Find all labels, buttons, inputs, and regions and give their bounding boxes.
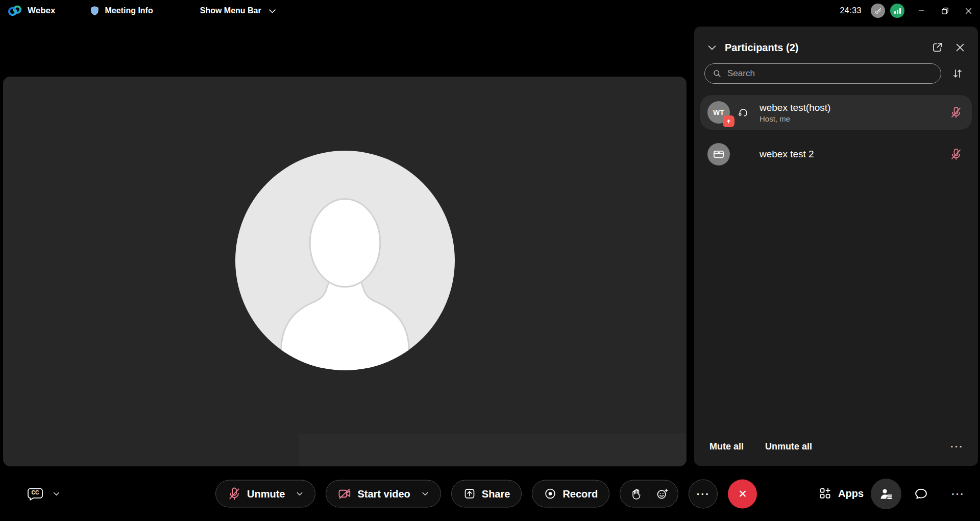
participants-panel-title: Participants (2): [725, 42, 798, 54]
apps-button[interactable]: Apps: [819, 487, 864, 501]
reactions-button[interactable]: [649, 480, 675, 508]
restore-icon: [941, 7, 949, 15]
record-button[interactable]: Record: [532, 480, 609, 508]
close-icon: [964, 7, 973, 15]
leave-meeting-button[interactable]: [728, 479, 757, 508]
raise-hand-icon: [630, 487, 643, 500]
key-indicator[interactable]: [871, 4, 885, 18]
participant-row-guest[interactable]: webex test 2: [700, 137, 972, 172]
secondary-controls: Apps ···: [819, 479, 965, 509]
record-icon: [544, 487, 557, 501]
unmute-button[interactable]: Unmute: [215, 480, 315, 508]
share-arrow-icon: [463, 487, 476, 501]
dock-more-button[interactable]: ···: [951, 489, 965, 499]
stage-hover-band: [299, 434, 687, 466]
participants-list: WT webex test(host): [694, 95, 978, 172]
control-dock: CC Unmute: [0, 466, 980, 521]
device-icon: [712, 148, 725, 161]
meeting-info-button[interactable]: Meeting Info: [89, 5, 153, 16]
show-menu-bar-label: Show Menu Bar: [200, 6, 261, 15]
participant-row-host[interactable]: WT webex test(host): [700, 95, 972, 130]
network-bar: [897, 10, 898, 14]
minimize-button[interactable]: [910, 0, 933, 21]
collapse-chevron-icon[interactable]: [706, 42, 718, 53]
mic-muted-icon: [227, 487, 241, 501]
raise-hand-button[interactable]: [623, 480, 649, 508]
avatar: [707, 143, 730, 165]
participant-role: Host, me: [760, 114, 830, 123]
participants-panel-header: Participants (2): [694, 34, 978, 61]
video-off-icon: [337, 487, 352, 501]
presenter-badge: [723, 115, 734, 127]
meeting-info-label: Meeting Info: [105, 6, 153, 15]
meeting-timer: 24:33: [840, 6, 862, 15]
primary-controls: Unmute Start video: [215, 479, 757, 508]
mute-all-button[interactable]: Mute all: [709, 441, 744, 452]
chevron-down-icon[interactable]: [421, 490, 429, 498]
network-bar: [894, 11, 896, 14]
search-input[interactable]: [727, 68, 934, 79]
record-label: Record: [562, 488, 598, 500]
apps-label: Apps: [838, 488, 864, 500]
unmute-label: Unmute: [247, 488, 285, 500]
leave-x-icon: [736, 487, 749, 501]
participant-name: webex test 2: [760, 149, 814, 160]
close-panel-icon[interactable]: [954, 42, 966, 53]
participant-avatar-placeholder: [235, 151, 455, 370]
panel-more-button[interactable]: ···: [950, 441, 964, 452]
close-window-button[interactable]: [957, 0, 980, 21]
search-field[interactable]: [704, 63, 941, 84]
app-name-label: Webex: [28, 6, 56, 16]
webex-meeting-window: Webex Meeting Info Show Menu Bar 24:33: [0, 0, 980, 521]
headset-icon: [737, 106, 749, 119]
mic-muted-icon[interactable]: [949, 148, 963, 161]
video-stage: [3, 77, 687, 466]
unmute-all-button[interactable]: Unmute all: [765, 441, 812, 452]
participants-search-row: [704, 63, 968, 84]
shield-icon: [89, 5, 100, 16]
more-dots-label: ···: [697, 489, 710, 499]
share-button[interactable]: Share: [451, 480, 522, 508]
chevron-down-icon[interactable]: [296, 490, 304, 498]
webex-brand: Webex: [7, 4, 56, 18]
reactions-group: [620, 480, 678, 508]
participants-panel-footer: Mute all Unmute all ···: [694, 430, 978, 466]
participants-toggle-button[interactable]: [871, 479, 901, 509]
apps-grid-icon: [819, 487, 832, 501]
share-label: Share: [482, 488, 510, 500]
participants-panel: Participants (2): [694, 27, 978, 466]
arrow-up-icon: [725, 118, 732, 125]
person-silhouette-icon: [235, 151, 455, 370]
avatar: WT: [707, 101, 730, 124]
search-icon: [712, 68, 722, 79]
restore-button[interactable]: [933, 0, 957, 21]
more-options-button[interactable]: ···: [689, 479, 718, 508]
cc-icon[interactable]: CC: [27, 486, 44, 502]
participant-name: webex test(host): [760, 102, 830, 113]
sort-participants-button[interactable]: [947, 63, 968, 84]
cc-label: CC: [31, 489, 39, 495]
start-video-button[interactable]: Start video: [326, 480, 440, 508]
key-icon: [874, 7, 883, 15]
network-bar: [899, 8, 901, 14]
title-bar: Webex Meeting Info Show Menu Bar 24:33: [0, 0, 980, 21]
chevron-down-icon: [267, 6, 277, 16]
mic-muted-icon[interactable]: [949, 106, 963, 119]
participants-icon: [878, 486, 894, 502]
webex-logo-icon: [7, 4, 22, 18]
captions-group: CC: [27, 486, 61, 502]
minimize-icon: [917, 7, 925, 15]
show-menu-bar-button[interactable]: Show Menu Bar: [200, 6, 277, 16]
sort-icon: [951, 67, 964, 80]
pop-out-icon[interactable]: [931, 41, 943, 54]
cc-chevron-icon[interactable]: [52, 489, 61, 498]
chat-icon: [914, 486, 928, 501]
start-video-label: Start video: [357, 488, 410, 500]
reactions-smiley-icon: [656, 487, 669, 500]
network-quality-indicator[interactable]: [890, 4, 904, 18]
chat-button[interactable]: [910, 483, 932, 505]
